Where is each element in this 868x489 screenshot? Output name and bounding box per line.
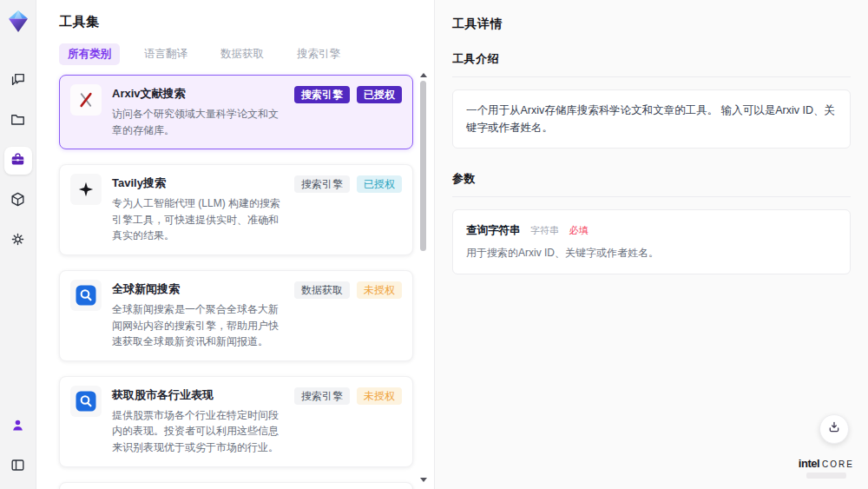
tool-category-badge: 数据获取: [294, 281, 350, 299]
intro-heading: 工具介绍: [452, 51, 851, 77]
tool-auth-badge: 已授权: [357, 86, 402, 103]
sidebar-item-files[interactable]: [4, 107, 32, 135]
intro-text: 一个用于从Arxiv存储库搜索科学论文和文章的工具。 输入可以是Arxiv ID…: [466, 104, 835, 134]
arxiv-icon: [70, 84, 102, 116]
param-type: 字符串: [530, 225, 559, 235]
intro-card: 一个用于从Arxiv存储库搜索科学论文和文章的工具。 输入可以是Arxiv ID…: [452, 89, 851, 149]
sidebar-item-settings[interactable]: [4, 227, 32, 254]
app-window: 工具集 所有类别 语言翻译 数据获取 搜索引擎 Arxiv文献搜索 访问各个研究…: [0, 0, 868, 489]
scroll-up-arrow-icon[interactable]: [420, 73, 427, 77]
category-tab[interactable]: 搜索引擎: [288, 43, 349, 65]
intel-logo-sub-badge: [806, 472, 846, 479]
tool-card[interactable]: Arxiv文献搜索 访问各个研究领域大量科学论文和文章的存储库。 搜索引擎 已授…: [59, 75, 413, 149]
sidebar-item-chat[interactable]: [4, 67, 32, 95]
tool-list: Arxiv文献搜索 访问各个研究领域大量科学论文和文章的存储库。 搜索引擎 已授…: [59, 75, 413, 489]
tool-card[interactable]: 全球新闻搜索 全球新闻搜索是一个聚合全球各大新闻网站内容的搜索引擎，帮助用户快速…: [59, 270, 413, 361]
chat-icon: [10, 71, 26, 91]
toolbox-icon: [10, 151, 26, 171]
category-tabs: 所有类别 语言翻译 数据获取 搜索引擎: [59, 43, 434, 65]
tool-details-panel: 工具详情 工具介绍 一个用于从Arxiv存储库搜索科学论文和文章的工具。 输入可…: [434, 0, 868, 489]
tool-card[interactable]: Tavily搜索 专为人工智能代理 (LLM) 构建的搜索引擎工具，可快速提供实…: [59, 164, 413, 255]
tool-card[interactable]: 获取市场最活跃股票信息 提供当天交易量最高的股票列表，投资者可以利用这些信息来识…: [59, 482, 413, 489]
page-title: 工具集: [59, 14, 434, 30]
category-tab[interactable]: 数据获取: [212, 43, 273, 65]
details-title: 工具详情: [452, 17, 851, 32]
tool-description: 访问各个研究领域大量科学论文和文章的存储库。: [112, 106, 284, 138]
tool-card[interactable]: 获取股市各行业表现 提供股票市场各个行业在特定时间段内的表现。投资者可以利用这些…: [59, 376, 413, 467]
sidebar-item-collapse[interactable]: [4, 453, 32, 480]
tool-title: Arxiv文献搜索: [112, 86, 284, 102]
left-rail: [0, 0, 36, 489]
list-scrollbar[interactable]: [419, 73, 427, 482]
param-description: 用于搜索的Arxiv ID、关键字或作者姓名。: [466, 246, 837, 261]
core-wordmark: CORE: [822, 459, 854, 469]
news-search-icon: [70, 386, 102, 417]
app-logo: [7, 10, 30, 37]
tools-panel: 工具集 所有类别 语言翻译 数据获取 搜索引擎 Arxiv文献搜索 访问各个研究…: [36, 0, 434, 489]
user-icon: [10, 417, 26, 437]
tool-description: 专为人工智能代理 (LLM) 构建的搜索引擎工具，可快速提供实时、准确和真实的结…: [112, 195, 284, 244]
params-heading: 参数: [452, 171, 851, 197]
intel-wordmark: intel: [799, 457, 819, 470]
scrollbar-thumb[interactable]: [420, 81, 426, 251]
tool-title: 全球新闻搜索: [112, 281, 284, 297]
tool-auth-badge: 已授权: [357, 175, 402, 193]
news-search-icon: [70, 280, 102, 311]
panel-toggle-icon: [10, 457, 26, 477]
download-button[interactable]: [819, 414, 849, 444]
tool-description: 全球新闻搜索是一个聚合全球各大新闻网站内容的搜索引擎，帮助用户快速获取全球最新资…: [112, 301, 284, 350]
tool-auth-badge: 未授权: [357, 387, 402, 405]
folder-icon: [10, 111, 26, 131]
tool-auth-badge: 未授权: [357, 281, 402, 299]
sidebar-item-models[interactable]: [4, 187, 32, 215]
tool-category-badge: 搜索引擎: [294, 387, 350, 405]
download-icon: [827, 420, 841, 438]
param-name: 查询字符串: [466, 224, 521, 236]
param-required-badge: 必填: [569, 225, 588, 235]
sidebar-item-account[interactable]: [4, 413, 32, 440]
intel-core-logo: intel CORE: [799, 457, 854, 479]
tool-title: Tavily搜索: [112, 175, 284, 191]
params-list: 查询字符串 字符串 必填 用于搜索的Arxiv ID、关键字或作者姓名。: [452, 209, 851, 274]
tool-description: 提供股票市场各个行业在特定时间段内的表现。投资者可以利用这些信息来识别表现优于或…: [112, 407, 284, 456]
cube-icon: [10, 191, 26, 211]
category-tab[interactable]: 语言翻译: [135, 43, 196, 65]
tool-title: 获取股市各行业表现: [112, 387, 284, 403]
tavily-star-icon: [70, 174, 102, 205]
sidebar-item-tools[interactable]: [4, 147, 32, 175]
category-tab[interactable]: 所有类别: [59, 43, 120, 65]
tool-category-badge: 搜索引擎: [294, 86, 350, 103]
parameter-card: 查询字符串 字符串 必填 用于搜索的Arxiv ID、关键字或作者姓名。: [452, 209, 851, 274]
gear-icon: [10, 231, 26, 251]
tool-category-badge: 搜索引擎: [294, 175, 350, 193]
scroll-down-arrow-icon[interactable]: [420, 478, 427, 482]
